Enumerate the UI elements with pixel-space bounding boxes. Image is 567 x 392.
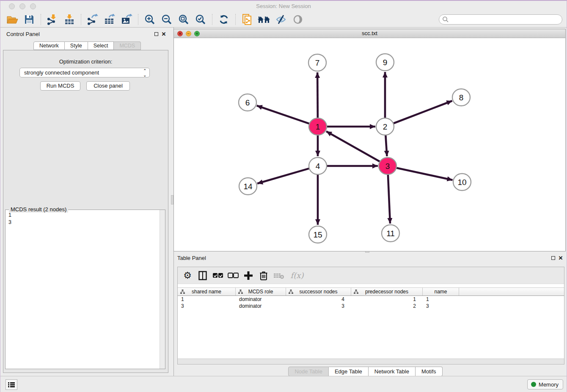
tab-node-table[interactable]: Node Table: [288, 367, 329, 376]
zoom-fit-button[interactable]: [175, 13, 192, 26]
tab-select[interactable]: Select: [88, 41, 114, 50]
optimization-dropdown[interactable]: strongly connected component ⌃⌃: [19, 68, 150, 77]
graph-node-1[interactable]: 1: [309, 118, 327, 135]
close-panel-button[interactable]: Close panel: [86, 81, 130, 91]
graph-edge-1-6[interactable]: [257, 105, 309, 124]
tab-motifs[interactable]: Motifs: [416, 367, 443, 376]
graph-edge-3-1[interactable]: [326, 131, 380, 161]
table-cell[interactable]: 3: [423, 303, 459, 309]
column-select-button[interactable]: [196, 269, 209, 282]
table-cell[interactable]: dominator: [236, 303, 286, 309]
refresh-button[interactable]: [215, 13, 232, 26]
graph-edge-2-3[interactable]: [385, 135, 387, 156]
control-panel-float-button[interactable]: [153, 30, 160, 37]
column-header-shared-name[interactable]: shared name: [178, 288, 236, 295]
graph-node-10[interactable]: 10: [453, 174, 471, 190]
hide-panel-button[interactable]: [272, 13, 289, 26]
table-cell[interactable]: 4: [286, 296, 351, 303]
table-row[interactable]: 1dominator411: [178, 296, 564, 303]
zoom-selected-button[interactable]: [192, 13, 209, 26]
network-minimize-button[interactable]: −: [186, 31, 191, 36]
save-session-button[interactable]: [21, 13, 38, 26]
show-panel-button[interactable]: [289, 13, 306, 26]
column-header-predecessor-nodes[interactable]: predecessor nodes: [351, 288, 423, 295]
column-header-MCDS-role[interactable]: MCDS role: [236, 288, 286, 295]
task-history-button[interactable]: [6, 379, 17, 390]
add-column-button[interactable]: [242, 269, 255, 282]
table-hscrollbar[interactable]: [178, 359, 564, 364]
tab-style[interactable]: Style: [65, 41, 88, 50]
network-graph[interactable]: 1234678910111415: [174, 38, 565, 251]
graph-edge-1-7[interactable]: [317, 72, 318, 118]
delete-column-button[interactable]: [257, 269, 270, 282]
window-close-button[interactable]: [9, 3, 15, 9]
graph-node-label: 3: [385, 162, 390, 171]
column-select-icon: [198, 271, 207, 280]
table-cell[interactable]: 3: [178, 303, 236, 309]
delete-icon: [259, 271, 268, 280]
export-network-button[interactable]: [84, 13, 101, 26]
zoom-in-button[interactable]: [141, 13, 158, 26]
tab-mcds[interactable]: MCDS: [114, 41, 141, 50]
graph-edge-3-11[interactable]: [388, 175, 390, 224]
network-close-button[interactable]: ✕: [177, 31, 183, 36]
graph-node-11[interactable]: 11: [382, 225, 399, 242]
graph-node-7[interactable]: 7: [308, 54, 326, 71]
memory-status-icon: [531, 382, 536, 387]
column-type-icon: [180, 290, 185, 294]
network-maximize-button[interactable]: +: [194, 31, 200, 36]
graph-edge-2-8[interactable]: [394, 101, 452, 123]
graph-node-6[interactable]: 6: [239, 94, 256, 111]
run-mcds-button[interactable]: Run MCDS: [40, 81, 80, 91]
result-item[interactable]: 1: [8, 212, 159, 219]
clone-network-button[interactable]: [239, 13, 256, 26]
result-item[interactable]: 3: [8, 219, 159, 226]
graph-node-3[interactable]: 3: [379, 157, 396, 174]
graph-node-2[interactable]: 2: [376, 118, 394, 135]
export-table-button[interactable]: [101, 13, 118, 26]
graph-node-15[interactable]: 15: [309, 226, 327, 243]
graph-edge-4-14[interactable]: [257, 168, 309, 184]
select-all-button[interactable]: [212, 269, 224, 282]
open-session-button[interactable]: [4, 13, 21, 26]
destroy-table-button[interactable]: [272, 269, 285, 282]
network-canvas[interactable]: 1234678910111415: [174, 38, 565, 251]
result-scrollbar[interactable]: [160, 210, 165, 369]
graph-node-8[interactable]: 8: [452, 89, 470, 106]
memory-button[interactable]: Memory: [527, 379, 563, 389]
table-row[interactable]: 3dominator323: [178, 303, 564, 309]
import-network-button[interactable]: [44, 13, 61, 26]
graph-node-14[interactable]: 14: [239, 178, 257, 195]
table-cell[interactable]: 1: [351, 296, 423, 303]
list-icon: [8, 382, 15, 388]
table-cell[interactable]: 2: [351, 303, 423, 309]
table-panel-float-button[interactable]: [550, 254, 556, 261]
zoom-out-button[interactable]: [158, 13, 175, 26]
network-window-titlebar[interactable]: ✕ − + scc.txt: [174, 29, 565, 38]
tab-edge-table[interactable]: Edge Table: [329, 367, 369, 376]
export-image-button[interactable]: [118, 13, 135, 26]
table-cell[interactable]: dominator: [236, 296, 286, 303]
deselect-all-button[interactable]: [227, 269, 239, 282]
control-panel-close-button[interactable]: ✕: [160, 30, 167, 37]
table-panel-close-button[interactable]: ✕: [557, 254, 564, 261]
graph-node-4[interactable]: 4: [309, 157, 327, 174]
column-header-successor-nodes[interactable]: successor nodes: [286, 288, 351, 295]
window-zoom-button[interactable]: [30, 3, 36, 9]
apply-function-button[interactable]: f(x): [288, 269, 306, 282]
tab-network-table[interactable]: Network Table: [369, 367, 416, 376]
graph-edge-3-10[interactable]: [396, 168, 453, 180]
column-header-name[interactable]: name: [423, 288, 459, 295]
window-minimize-button[interactable]: [19, 3, 25, 9]
search-input[interactable]: [449, 15, 562, 24]
table-settings-button[interactable]: ⚙: [181, 269, 194, 282]
table-cell[interactable]: 1: [178, 296, 236, 303]
tab-network[interactable]: Network: [33, 41, 65, 50]
home-layout-button[interactable]: [256, 13, 272, 26]
import-table-button[interactable]: [61, 13, 78, 26]
mcds-result-list[interactable]: 13: [6, 212, 159, 368]
table-cell[interactable]: 1: [423, 296, 459, 303]
main-toolbar: [0, 12, 567, 28]
graph-node-9[interactable]: 9: [376, 54, 394, 71]
table-cell[interactable]: 3: [286, 303, 351, 309]
